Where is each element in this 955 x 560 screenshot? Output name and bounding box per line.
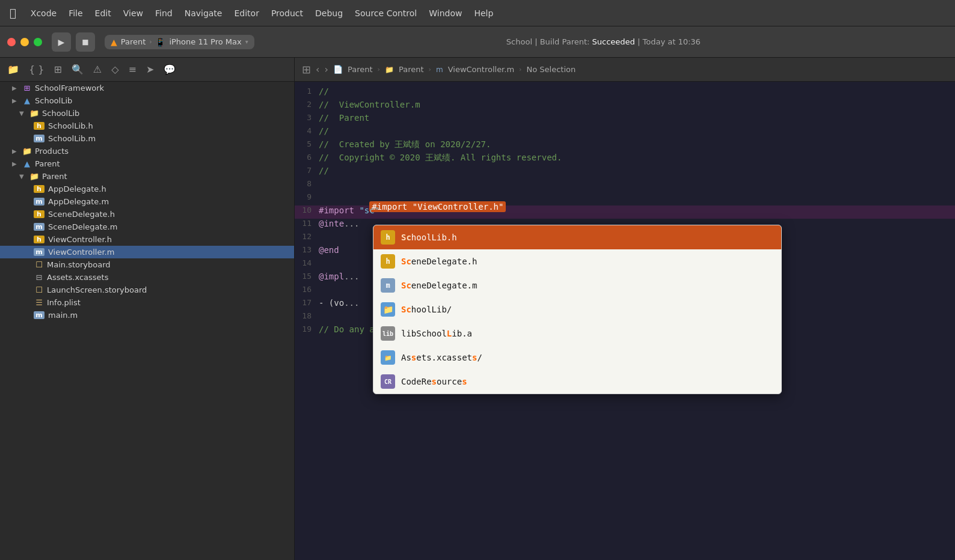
- next-icon[interactable]: ›: [325, 64, 328, 75]
- menu-navigate[interactable]: Navigate: [185, 8, 223, 18]
- breadcrumb-file[interactable]: ViewController.m: [448, 65, 514, 74]
- breadcrumb-chevron1: ›: [378, 65, 380, 73]
- menu-xcode[interactable]: Xcode: [31, 8, 57, 18]
- message-nav-icon[interactable]: 💬: [164, 64, 176, 75]
- ac-item-coderesources[interactable]: CR CodeResources: [373, 370, 781, 394]
- folder-nav-icon[interactable]: 📁: [7, 64, 19, 75]
- sidebar-item-scenedelegate-h[interactable]: h SceneDelegate.h: [0, 208, 294, 221]
- item-label: SchoolFramework: [35, 84, 104, 93]
- ac-item-schoollib-folder[interactable]: 📁 SchoolLib/: [373, 297, 781, 321]
- secondary-toolbar: 📁 { } ⊞ 🔍 ⚠ ◇ ≡ ➤ 💬 ⊞ ‹ › 📄 Parent › 📁 P…: [0, 58, 955, 82]
- run-button[interactable]: ▶: [52, 32, 71, 52]
- fullscreen-button[interactable]: [34, 38, 42, 46]
- h-file-icon: h: [34, 185, 45, 193]
- target-icon: ▲: [22, 159, 32, 168]
- sidebar-item-main-storyboard[interactable]: ☐ Main.storyboard: [0, 258, 294, 271]
- ac-match: L: [447, 329, 452, 338]
- menu-help[interactable]: Help: [474, 8, 493, 18]
- code-line-5: 5 // Created by 王斌绩 on 2020/2/27.: [295, 139, 955, 153]
- ac-xcassets-icon: 📁: [381, 350, 395, 365]
- ac-label: SceneDelegate.h: [401, 257, 774, 266]
- sidebar-item-schoollib-m[interactable]: m SchoolLib.m: [0, 132, 294, 145]
- h-file-icon: h: [34, 210, 45, 218]
- source-nav-icon[interactable]: { }: [29, 64, 44, 75]
- sidebar-item-scenedelegate-m[interactable]: m SceneDelegate.m: [0, 221, 294, 233]
- menu-editor[interactable]: Editor: [234, 8, 259, 18]
- build-status: School | Build Parent: Succeeded | Today…: [259, 37, 948, 46]
- close-button[interactable]: [7, 38, 16, 46]
- item-label: Info.plist: [47, 298, 81, 307]
- code-editor[interactable]: 1 // 2 // ViewController.m 3 // Parent 4…: [295, 82, 955, 560]
- diamond-nav-icon[interactable]: ◇: [111, 64, 118, 75]
- sidebar-item-appdelegate-m[interactable]: m AppDelegate.m: [0, 195, 294, 208]
- sidebar-item-assets[interactable]: ⊟ Assets.xcassets: [0, 271, 294, 284]
- ac-label: Assets.xcassets/: [401, 353, 774, 362]
- sidebar-item-parent-folder[interactable]: ▼ 📁 Parent: [0, 170, 294, 183]
- folder-icon: 📁: [22, 147, 32, 156]
- breadcrumb-parent2[interactable]: Parent: [399, 65, 424, 74]
- sidebar-item-appdelegate-h[interactable]: h AppDelegate.h: [0, 183, 294, 195]
- item-label: Parent: [35, 159, 60, 168]
- sidebar-item-schoollib-folder[interactable]: ▼ 📁 SchoolLib: [0, 107, 294, 120]
- code-line-2: 2 // ViewController.m: [295, 100, 955, 113]
- stop-button[interactable]: ■: [76, 32, 95, 52]
- play-icon: ▶: [58, 37, 65, 47]
- storyboard-icon: ☐: [34, 260, 45, 269]
- breadcrumb-parent1[interactable]: Parent: [348, 65, 373, 74]
- sidebar-item-info-plist[interactable]: ☰ Info.plist: [0, 296, 294, 309]
- item-label: main.m: [48, 311, 78, 320]
- sidebar-item-products[interactable]: ▶ 📁 Products: [0, 145, 294, 157]
- menu-view[interactable]: View: [123, 8, 143, 18]
- autocomplete-dropdown[interactable]: h SchoolLib.h h SceneDelegate.h m SceneD…: [373, 225, 782, 394]
- breadcrumb-selection[interactable]: No Selection: [526, 65, 576, 74]
- menu-product[interactable]: Product: [271, 8, 303, 18]
- ac-h-icon: h: [381, 230, 395, 245]
- m-file-icon: m: [34, 248, 45, 256]
- sidebar-item-viewcontroller-m[interactable]: m ViewController.m: [0, 246, 294, 258]
- menu-file[interactable]: File: [69, 8, 82, 18]
- breadcrumb-chevron2: ›: [429, 65, 431, 73]
- folder-icon: 📁: [29, 172, 40, 181]
- code-line-3: 3 // Parent: [295, 113, 955, 126]
- sidebar-item-main-m[interactable]: m main.m: [0, 309, 294, 321]
- menubar:  Xcode File Edit View Find Navigate Edi…: [0, 0, 955, 26]
- ac-label: libSchoolLib.a: [401, 329, 774, 338]
- prev-icon[interactable]: ‹: [316, 64, 319, 75]
- menu-edit[interactable]: Edit: [95, 8, 111, 18]
- sidebar-item-schoolframework[interactable]: ▶ ⊞ SchoolFramework: [0, 82, 294, 94]
- sidebar-item-parent-target[interactable]: ▶ ▲ Parent: [0, 157, 294, 170]
- search-nav-icon[interactable]: 🔍: [72, 64, 84, 75]
- ac-label: SchoolLib.h: [401, 233, 774, 242]
- ac-item-scenedelegate-m[interactable]: m SceneDelegate.m: [373, 273, 781, 297]
- ac-match: s: [432, 377, 437, 386]
- ac-a-icon: lib: [381, 326, 395, 341]
- item-label: SchoolLib.m: [48, 134, 96, 143]
- menu-source-control[interactable]: Source Control: [355, 8, 417, 18]
- item-label: SchoolLib.h: [48, 121, 93, 130]
- ac-label: SceneDelegate.m: [401, 281, 774, 290]
- sidebar-item-viewcontroller-h[interactable]: h ViewController.h: [0, 233, 294, 246]
- ac-item-scenedelegate-h[interactable]: h SceneDelegate.h: [373, 249, 781, 273]
- menu-window[interactable]: Window: [429, 8, 462, 18]
- ac-h-icon: h: [381, 254, 395, 269]
- grid-nav-icon[interactable]: ≡: [129, 64, 137, 75]
- ac-m-icon: m: [381, 278, 395, 293]
- item-label: ViewController.h: [48, 235, 112, 244]
- ac-item-assets[interactable]: 📁 Assets.xcassets/: [373, 345, 781, 370]
- item-label: LaunchScreen.storyboard: [47, 285, 147, 294]
- ac-item-libschoollib[interactable]: lib libSchoolLib.a: [373, 321, 781, 345]
- scheme-selector[interactable]: ▲ Parent › 📱 iPhone 11 Pro Max ▾: [105, 35, 254, 49]
- minimize-button[interactable]: [20, 38, 29, 46]
- hierarchy-nav-icon[interactable]: ⊞: [54, 64, 61, 75]
- sidebar-item-schoollib-target[interactable]: ▶ ▲ SchoolLib: [0, 94, 294, 107]
- ac-item-schoollib-h[interactable]: h SchoolLib.h: [373, 225, 781, 249]
- menu-debug[interactable]: Debug: [315, 8, 343, 18]
- sidebar-item-launchscreen[interactable]: ☐ LaunchScreen.storyboard: [0, 284, 294, 296]
- chevron-down-icon: ▾: [245, 38, 248, 45]
- book-nav-icon[interactable]: ➤: [146, 64, 154, 75]
- sidebar-item-schoollib-h[interactable]: h SchoolLib.h: [0, 120, 294, 132]
- device-name: iPhone 11 Pro Max: [169, 37, 241, 46]
- menu-find[interactable]: Find: [155, 8, 173, 18]
- grid-editor-icon[interactable]: ⊞: [302, 63, 311, 76]
- warning-nav-icon[interactable]: ⚠: [93, 64, 102, 75]
